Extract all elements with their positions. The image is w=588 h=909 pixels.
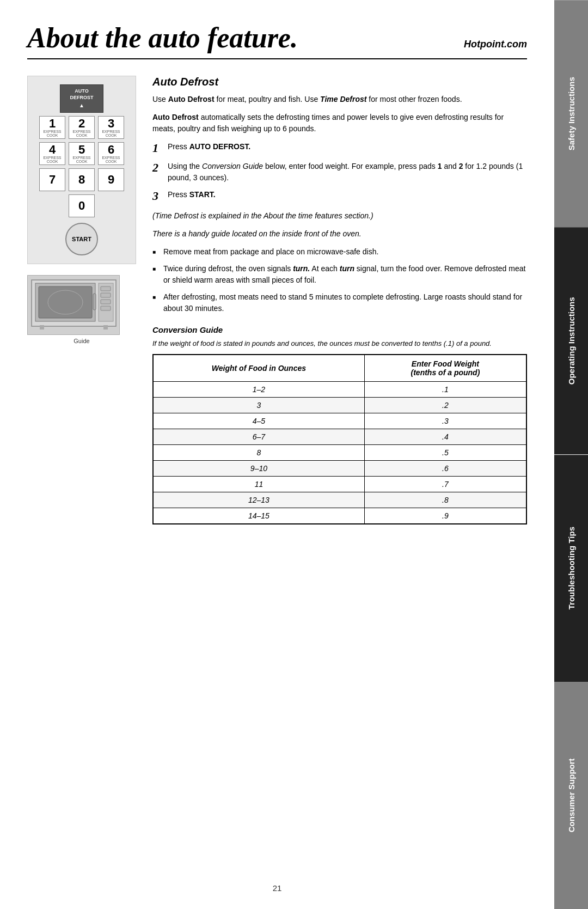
- conversion-guide-title: Conversion Guide: [152, 325, 527, 334]
- microwave-section: Guide: [27, 275, 136, 344]
- microwave-svg: [29, 274, 119, 332]
- table-row: 14–15.9: [153, 508, 526, 524]
- sidebar-item-label: Troubleshooting Tips: [567, 527, 576, 609]
- table-row: 11.7: [153, 476, 526, 492]
- svg-rect-10: [40, 325, 44, 330]
- cell-ounces: 4–5: [153, 413, 364, 429]
- auto-defrost-label: AUTODEFROST: [70, 88, 93, 100]
- key-0: 0: [69, 194, 95, 217]
- key-1: 1 EXPRESS COOK: [39, 116, 65, 139]
- key-5: 5 EXPRESS COOK: [69, 142, 95, 165]
- start-label: START: [72, 236, 91, 242]
- cell-tenths: .4: [364, 429, 526, 444]
- sidebar-item-label: Operating Instructions: [567, 297, 576, 385]
- conversion-note: If the weight of food is stated in pound…: [152, 339, 527, 349]
- auto-defrost-button: AUTODEFROST ▲: [60, 84, 103, 113]
- key-9: 9: [98, 168, 124, 191]
- keypad-row-0: 0: [69, 194, 95, 217]
- conversion-section: Conversion Guide If the weight of food i…: [152, 325, 527, 524]
- step-2-number: 2: [152, 161, 163, 175]
- cell-ounces: 11: [153, 476, 364, 492]
- cell-tenths: .3: [364, 413, 526, 429]
- table-row: 8.5: [153, 444, 526, 460]
- table-header-tenths: Enter Food Weight(tenths of a pound): [364, 355, 526, 382]
- key-4: 4 EXPRESS COOK: [39, 142, 65, 165]
- cell-tenths: .7: [364, 476, 526, 492]
- cell-tenths: .5: [364, 444, 526, 460]
- guide-label: Guide: [27, 338, 136, 344]
- bullet-2: Twice during defrost, the oven signals t…: [152, 263, 527, 286]
- sidebar-tabs: Safety Instructions Operating Instructio…: [554, 0, 588, 909]
- keypad-row-2: 4 EXPRESS COOK 5 EXPRESS COOK 6 EXPRESS …: [39, 142, 124, 165]
- cell-ounces: 3: [153, 397, 364, 413]
- cell-ounces: 8: [153, 444, 364, 460]
- svg-rect-5: [101, 286, 111, 291]
- page-number: 21: [273, 883, 282, 893]
- arrow-icon: ▲: [67, 102, 96, 109]
- sidebar-item-consumer[interactable]: Consumer Support: [554, 682, 588, 909]
- key-2: 2 EXPRESS COOK: [69, 116, 95, 139]
- left-column: AUTODEFROST ▲ 1 EXPRESS COOK 2 EXPRESS C…: [27, 76, 136, 524]
- svg-rect-8: [101, 306, 111, 310]
- table-header-ounces: Weight of Food in Ounces: [153, 355, 364, 382]
- keypad-row-1: 1 EXPRESS COOK 2 EXPRESS COOK 3 EXPRESS …: [39, 116, 124, 139]
- sidebar-item-operating[interactable]: Operating Instructions: [554, 227, 588, 454]
- page-header: About the auto feature. Hotpoint.com: [27, 22, 527, 59]
- bullet-list: Remove meat from package and place on mi…: [152, 246, 527, 314]
- step-2-text: Using the Conversion Guide below, enter …: [168, 161, 527, 184]
- step-1: 1 Press AUTO DEFROST.: [152, 141, 527, 155]
- sidebar-item-troubleshooting[interactable]: Troubleshooting Tips: [554, 455, 588, 682]
- table-row: 1–2.1: [153, 381, 526, 397]
- time-defrost-note: (Time Defrost is explained in the About …: [152, 210, 527, 222]
- keypad-illustration: AUTODEFROST ▲ 1 EXPRESS COOK 2 EXPRESS C…: [27, 76, 136, 264]
- cell-ounces: 6–7: [153, 429, 364, 444]
- step-2: 2 Using the Conversion Guide below, ente…: [152, 161, 527, 184]
- key-7: 7: [39, 168, 65, 191]
- cell-tenths: .6: [364, 460, 526, 476]
- cell-ounces: 9–10: [153, 460, 364, 476]
- keypad-row-3: 7 8 9: [39, 168, 124, 191]
- key-6: 6 EXPRESS COOK: [98, 142, 124, 165]
- svg-rect-2: [39, 286, 92, 318]
- conversion-table: Weight of Food in Ounces Enter Food Weig…: [152, 354, 527, 524]
- right-column: Auto Defrost Use Auto Defrost for meat, …: [152, 76, 527, 524]
- key-3: 3 EXPRESS COOK: [98, 116, 124, 139]
- key-8: 8: [69, 168, 95, 191]
- step-3-number: 3: [152, 189, 163, 203]
- cell-ounces: 14–15: [153, 508, 364, 524]
- website-link: Hotpoint.com: [464, 39, 527, 50]
- two-column-layout: AUTODEFROST ▲ 1 EXPRESS COOK 2 EXPRESS C…: [27, 76, 527, 524]
- sidebar-item-label: Consumer Support: [567, 758, 576, 832]
- step-1-number: 1: [152, 141, 163, 155]
- sidebar-item-safety[interactable]: Safety Instructions: [554, 0, 588, 227]
- intro-text-2: Auto Defrost automatically sets the defr…: [152, 112, 527, 135]
- bullet-1: Remove meat from package and place on mi…: [152, 246, 527, 258]
- section-title: Auto Defrost: [152, 76, 527, 88]
- cell-tenths: .2: [364, 397, 526, 413]
- intro-text-1: Use Auto Defrost for meat, poultry and f…: [152, 94, 527, 105]
- cell-ounces: 12–13: [153, 492, 364, 508]
- svg-rect-9: [93, 294, 96, 310]
- svg-rect-11: [103, 325, 108, 330]
- start-button: START: [65, 223, 98, 255]
- step-1-text: Press AUTO DEFROST.: [168, 141, 250, 152]
- cell-tenths: .1: [364, 381, 526, 397]
- sidebar-item-label: Safety Instructions: [567, 77, 576, 150]
- cell-tenths: .8: [364, 492, 526, 508]
- table-row: 6–7.4: [153, 429, 526, 444]
- table-row: 12–13.8: [153, 492, 526, 508]
- svg-rect-6: [101, 293, 111, 297]
- table-row: 9–10.6: [153, 460, 526, 476]
- step-3-text: Press START.: [168, 189, 216, 200]
- microwave-image: [27, 275, 120, 335]
- page-title: About the auto feature.: [27, 22, 298, 54]
- table-row: 3.2: [153, 397, 526, 413]
- cell-ounces: 1–2: [153, 381, 364, 397]
- main-content: About the auto feature. Hotpoint.com AUT…: [0, 0, 554, 909]
- bullet-3: After defrosting, most meats need to sta…: [152, 291, 527, 314]
- table-row: 4–5.3: [153, 413, 526, 429]
- svg-rect-7: [101, 300, 111, 304]
- step-3: 3 Press START.: [152, 189, 527, 203]
- handy-guide-note: There is a handy guide located on the in…: [152, 228, 527, 240]
- cell-tenths: .9: [364, 508, 526, 524]
